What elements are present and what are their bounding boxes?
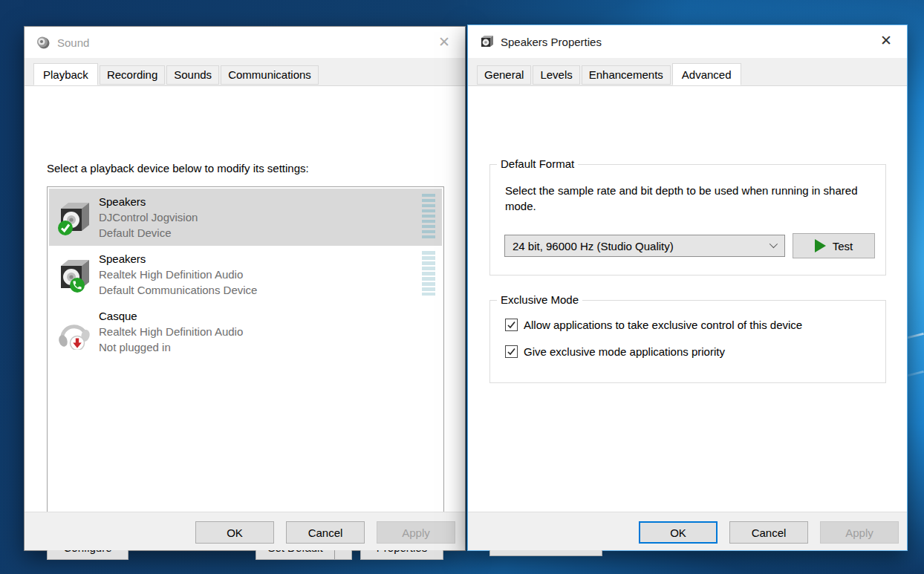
tab-sounds[interactable]: Sounds <box>166 65 219 85</box>
device-name: Speakers <box>99 251 257 267</box>
speakers-properties-dialog: Speakers Properties ✕ General Levels Enh… <box>467 25 908 551</box>
exclusive-control-checkbox[interactable] <box>505 319 518 331</box>
sound-footer: OK Cancel Apply <box>25 512 465 550</box>
cancel-button[interactable]: Cancel <box>286 521 365 544</box>
device-description: DJControl Jogvision <box>99 209 198 225</box>
sound-titlebar: Sound ✕ <box>25 27 465 58</box>
speaker-icon <box>36 35 51 50</box>
exclusive-priority-option: Give exclusive mode applications priorit… <box>505 345 725 358</box>
device-status: Not plugged in <box>99 339 243 355</box>
device-row[interactable]: Speakers DJControl Jogvision Default Dev… <box>49 189 442 246</box>
tab-playback[interactable]: Playback <box>33 63 98 85</box>
exclusive-mode-group: Exclusive Mode Allow applications to tak… <box>489 300 886 383</box>
window-title: Sound <box>57 36 89 49</box>
cancel-button[interactable]: Cancel <box>729 521 808 544</box>
test-button-label: Test <box>833 240 853 252</box>
device-row[interactable]: Casque Realtek High Definition Audio Not… <box>49 303 442 360</box>
play-icon <box>815 239 826 252</box>
test-button[interactable]: Test <box>793 233 875 258</box>
format-dropdown-value: 24 bit, 96000 Hz (Studio Quality) <box>513 240 674 252</box>
chevron-down-icon <box>770 240 778 248</box>
checkmark-icon <box>507 347 516 356</box>
group-legend: Exclusive Mode <box>497 293 582 306</box>
headphones-device-icon <box>55 314 91 350</box>
ok-button[interactable]: OK <box>195 521 274 544</box>
level-meter <box>422 194 435 241</box>
format-dropdown[interactable]: 24 bit, 96000 Hz (Studio Quality) <box>504 235 785 257</box>
close-icon[interactable]: ✕ <box>435 33 454 51</box>
playback-device-list[interactable]: Speakers DJControl Jogvision Default Dev… <box>47 186 444 519</box>
device-status: Default Communications Device <box>99 282 257 298</box>
checkmark-icon <box>507 320 516 330</box>
window-title: Speakers Properties <box>501 36 602 48</box>
exclusive-priority-checkbox[interactable] <box>505 345 518 358</box>
apply-button[interactable]: Apply <box>377 521 455 544</box>
sound-tabstrip: Playback Recording Sounds Communications <box>33 63 320 85</box>
advanced-tab-page: Default Format Select the sample rate an… <box>468 85 907 512</box>
tab-levels[interactable]: Levels <box>533 65 579 85</box>
properties-tabstrip: General Levels Enhancements Advanced <box>477 63 743 85</box>
exclusive-control-option: Allow applications to take exclusive con… <box>505 319 802 331</box>
instruction-text: Select a playback device below to modify… <box>47 162 309 175</box>
device-description: Realtek High Definition Audio <box>99 324 243 339</box>
sound-dialog: Sound ✕ Playback Recording Sounds Commun… <box>24 26 466 551</box>
level-meter <box>422 251 435 298</box>
close-icon[interactable]: ✕ <box>876 32 896 50</box>
default-format-group: Default Format Select the sample rate an… <box>489 164 886 275</box>
checkbox-label: Give exclusive mode applications priorit… <box>524 345 725 358</box>
checkbox-label: Allow applications to take exclusive con… <box>524 319 802 331</box>
device-description: Realtek High Definition Audio <box>99 267 257 282</box>
format-description: Select the sample rate and bit depth to … <box>505 183 878 214</box>
device-status: Default Device <box>99 225 198 241</box>
properties-titlebar: Speakers Properties ✕ <box>468 25 907 58</box>
communications-phone-badge <box>70 278 85 293</box>
device-name: Casque <box>99 308 243 324</box>
tab-general[interactable]: General <box>477 65 531 85</box>
device-row[interactable]: Speakers Realtek High Definition Audio D… <box>49 246 442 303</box>
speaker-box-icon <box>479 34 494 49</box>
default-device-check-badge <box>58 221 73 235</box>
tab-communications[interactable]: Communications <box>221 65 319 85</box>
ok-button[interactable]: OK <box>639 521 718 544</box>
speaker-device-icon <box>55 200 91 235</box>
device-name: Speakers <box>99 194 198 209</box>
tab-advanced[interactable]: Advanced <box>672 63 741 85</box>
apply-button[interactable]: Apply <box>820 521 899 544</box>
playback-tab-page: Select a playback device below to modify… <box>25 85 465 513</box>
tab-recording[interactable]: Recording <box>100 65 165 85</box>
tab-enhancements[interactable]: Enhancements <box>582 65 671 85</box>
group-legend: Default Format <box>497 157 578 170</box>
not-plugged-in-badge <box>71 336 85 350</box>
speaker-device-icon <box>55 257 91 293</box>
properties-footer: OK Cancel Apply <box>468 512 907 550</box>
